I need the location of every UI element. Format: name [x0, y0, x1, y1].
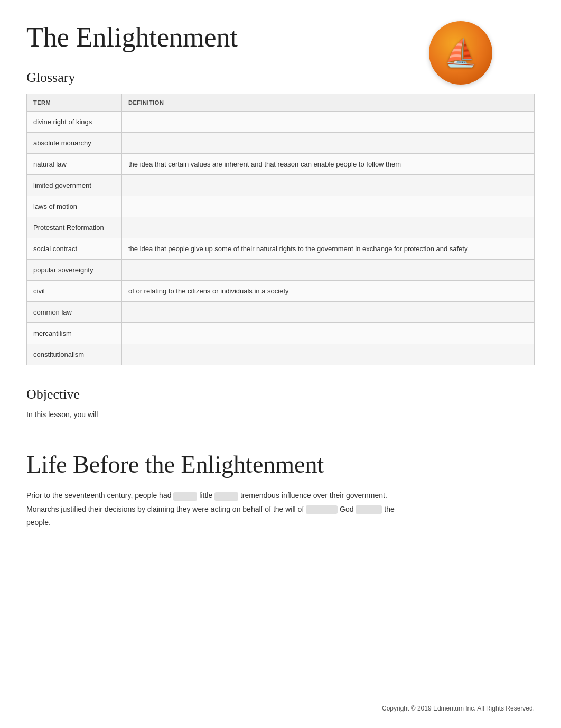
objective-text: In this lesson, you will: [26, 410, 535, 419]
blank-box-3: [356, 505, 382, 514]
term-cell: divine right of kings: [27, 112, 122, 133]
definition-cell: [122, 344, 535, 365]
definition-cell: [122, 196, 535, 217]
term-col-header: TERM: [27, 94, 122, 112]
table-row: divine right of kings: [27, 112, 535, 133]
term-cell: popular sovereignty: [27, 260, 122, 281]
objective-section: Objective In this lesson, you will: [26, 386, 535, 419]
term-cell: natural law: [27, 154, 122, 175]
table-row: natural lawthe idea that certain values …: [27, 154, 535, 175]
definition-cell: [122, 323, 535, 344]
table-row: limited government: [27, 175, 535, 196]
definition-cell: the idea that people give up some of the…: [122, 238, 535, 260]
definition-col-header: DEFINITION: [122, 94, 535, 112]
definition-cell: the idea that certain values are inheren…: [122, 154, 535, 175]
blank-label-2: God: [340, 505, 353, 513]
life-text-part1: Prior to the seventeenth century, people…: [26, 491, 171, 500]
footer: Copyright © 2019 Edmentum Inc. All Right…: [382, 705, 535, 712]
life-section: Life Before the Enlightenment Prior to t…: [26, 450, 535, 529]
term-cell: absolute monarchy: [27, 133, 122, 154]
blank-box-1: [173, 492, 197, 501]
definition-cell: [122, 302, 535, 323]
definition-cell: of or relating to the citizens or indivi…: [122, 281, 535, 302]
life-section-heading: Life Before the Enlightenment: [26, 450, 535, 478]
term-cell: limited government: [27, 175, 122, 196]
table-row: Protestant Reformation: [27, 217, 535, 238]
header-section: The Enlightenment ⛵: [26, 21, 535, 54]
glossary-section: Glossary TERM DEFINITION divine right of…: [26, 70, 535, 365]
definition-cell: [122, 112, 535, 133]
term-cell: common law: [27, 302, 122, 323]
logo-circle: ⛵: [429, 21, 492, 85]
blank-box-2: [306, 505, 338, 514]
term-cell: mercantilism: [27, 323, 122, 344]
term-cell: civil: [27, 281, 122, 302]
table-row: laws of motion: [27, 196, 535, 217]
term-cell: laws of motion: [27, 196, 122, 217]
blank-label-1: little: [199, 491, 212, 500]
table-row: civilof or relating to the citizens or i…: [27, 281, 535, 302]
objective-heading: Objective: [26, 386, 535, 402]
term-cell: constitutionalism: [27, 344, 122, 365]
term-cell: social contract: [27, 238, 122, 260]
table-row: constitutionalism: [27, 344, 535, 365]
table-row: absolute monarchy: [27, 133, 535, 154]
footer-text: Copyright © 2019 Edmentum Inc. All Right…: [382, 705, 535, 712]
life-text-part4: the: [384, 505, 394, 513]
life-text-part2: tremendous influence over their governme…: [240, 491, 387, 500]
definition-cell: [122, 175, 535, 196]
term-cell: Protestant Reformation: [27, 217, 122, 238]
table-row: social contractthe idea that people give…: [27, 238, 535, 260]
table-row: common law: [27, 302, 535, 323]
table-row: popular sovereignty: [27, 260, 535, 281]
definition-cell: [122, 260, 535, 281]
blank-box-1b: [214, 492, 238, 501]
table-row: mercantilism: [27, 323, 535, 344]
definition-cell: [122, 217, 535, 238]
life-text-part3: Monarchs justified their decisions by cl…: [26, 505, 304, 513]
glossary-table: TERM DEFINITION divine right of kingsabs…: [26, 94, 535, 365]
life-section-paragraph: Prior to the seventeenth century, people…: [26, 489, 535, 529]
logo-ship-icon: ⛵: [444, 38, 477, 68]
life-text-part5: people.: [26, 518, 51, 527]
glossary-header-row: TERM DEFINITION: [27, 94, 535, 112]
definition-cell: [122, 133, 535, 154]
